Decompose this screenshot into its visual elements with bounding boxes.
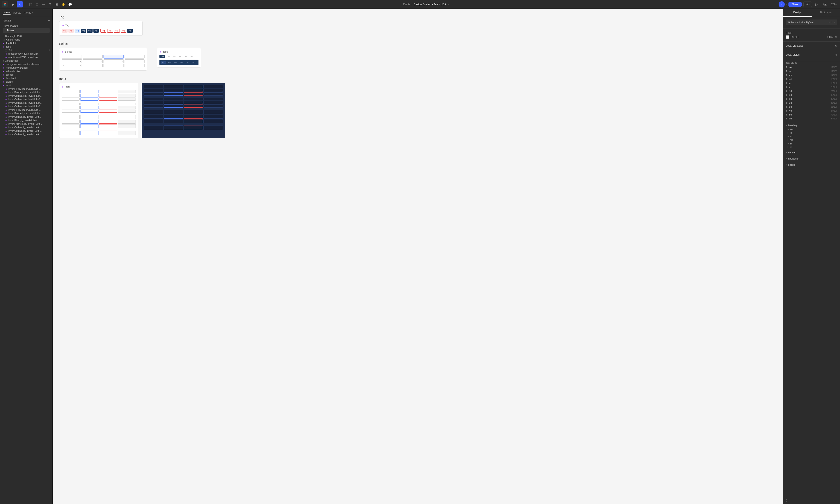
page-color-swatch[interactable]	[786, 35, 789, 39]
share-button[interactable]: Share	[788, 2, 802, 7]
layer-input-12[interactable]: ◈ InvertOutline, lg, Invalid, Left...	[0, 126, 52, 129]
figma-logo[interactable]	[2, 1, 8, 7]
dark-inp-36[interactable]	[204, 119, 223, 123]
inp-13[interactable]	[62, 103, 80, 105]
layer-bg-deco[interactable]: ◈ background-decoration.shewron	[0, 62, 52, 66]
layers-section[interactable]: □ Rectangle 1597 ⬚ AthleteProfile ◈ TagA…	[0, 34, 52, 504]
pen-tool[interactable]: ✏	[40, 1, 47, 7]
frame-tool[interactable]: ⬚	[28, 1, 34, 7]
comment-tool[interactable]: 💬	[67, 1, 73, 7]
tab-dark-3[interactable]: Tab	[173, 61, 178, 64]
inp-6[interactable]	[80, 94, 98, 97]
tab-assets[interactable]: Assets	[13, 11, 21, 15]
layer-athlete-profile[interactable]: ⬚ AthleteProfile	[0, 38, 52, 41]
select-inp-7[interactable]: ···▾	[104, 59, 124, 63]
tab-dark-6[interactable]: Tab	[190, 61, 196, 64]
layer-input[interactable]: ◈ Input	[0, 84, 52, 87]
dark-inp-17[interactable]	[144, 101, 163, 104]
breadcrumb[interactable]: Drafts	[403, 3, 410, 6]
dark-inp-22[interactable]	[164, 105, 183, 108]
select-inp-12[interactable]	[125, 64, 145, 67]
dark-inp-27[interactable]	[184, 110, 203, 114]
inp-39[interactable]	[99, 131, 117, 135]
inp-15[interactable]	[99, 103, 117, 105]
dark-inp-12[interactable]	[204, 92, 223, 95]
dark-inp-3[interactable]	[184, 85, 203, 88]
text-style-4xl[interactable]: T 4xl 40/120	[786, 97, 837, 101]
dark-inp-2[interactable]	[164, 85, 183, 88]
component-tool[interactable]: ⊞	[54, 1, 60, 7]
inp-11[interactable]	[99, 97, 117, 101]
dark-inp-39[interactable]	[184, 126, 203, 130]
heading-sub-sm[interactable]: ▶ sm	[788, 134, 837, 138]
inp-28[interactable]	[118, 115, 136, 119]
layer-thumbnail[interactable]: ◈ thumbnail	[0, 76, 52, 80]
text-style-8xl[interactable]: T 8xl 72/120	[786, 113, 837, 116]
add-style-button[interactable]: +	[835, 53, 837, 57]
tab-dark-4[interactable]: Tab	[178, 61, 184, 64]
layer-tab[interactable]: ⬚ Tab 👁	[0, 49, 52, 52]
inp-23[interactable]	[99, 110, 117, 113]
layer-video-dur[interactable]: ◈ video-duration	[0, 70, 52, 73]
inp-31[interactable]	[99, 120, 117, 124]
text-style-xxs[interactable]: T xxs 11/133	[786, 65, 837, 69]
layer-tag-athlete[interactable]: ◈ TagAthlete	[0, 41, 52, 45]
dark-inp-19[interactable]	[184, 101, 203, 104]
dark-inp-24[interactable]	[204, 105, 223, 108]
inp-33[interactable]	[62, 124, 80, 128]
file-name[interactable]: Design System - Team USA	[414, 3, 446, 6]
add-page-button[interactable]: +	[48, 19, 50, 22]
select-inp-10[interactable]	[83, 64, 103, 67]
inp-10[interactable]	[80, 97, 98, 101]
layer-rectangle-1597[interactable]: □ Rectangle 1597	[0, 34, 52, 38]
dark-inp-14[interactable]	[164, 98, 183, 100]
text-style-xs[interactable]: T xs 12/133	[786, 69, 837, 73]
layer-input-9[interactable]: ◈ InvertOutline, lg, Invalid, Left...	[0, 115, 52, 119]
inp-21[interactable]	[62, 110, 80, 113]
inp-36[interactable]	[118, 124, 136, 128]
layer-input-1[interactable]: ◈ InvertFilled, sm, Invalid, Left ...	[0, 87, 52, 90]
dark-inp-35[interactable]	[184, 119, 203, 123]
dark-inp-26[interactable]	[164, 110, 183, 114]
text-style-3xl[interactable]: T 3xl 32/120	[786, 93, 837, 97]
inp-25[interactable]	[62, 115, 80, 119]
dark-inp-28[interactable]	[204, 110, 223, 114]
select-inp-1[interactable]: ···▾	[62, 55, 82, 58]
inp-40[interactable]	[118, 131, 136, 135]
select-inp-8[interactable]: ···▾	[125, 59, 145, 63]
inp-7[interactable]	[99, 94, 117, 97]
dark-inp-16[interactable]	[204, 98, 223, 100]
inp-30[interactable]	[80, 120, 98, 124]
present-button[interactable]: Aa	[822, 1, 828, 7]
dark-inp-30[interactable]	[164, 114, 183, 119]
select-inp-3[interactable]: ···▾	[104, 55, 124, 58]
layer-icon-btn[interactable]: ◈ IconButtonWithLabel	[0, 66, 52, 70]
layer-input-5[interactable]: ◈ InvertOutline, sm, Invalid, Left...	[0, 101, 52, 105]
tab-dark-5[interactable]: Tab	[185, 61, 190, 64]
tab-chip-4[interactable]: Tab	[177, 55, 183, 58]
inp-17[interactable]	[62, 106, 80, 109]
dark-inp-7[interactable]	[184, 89, 203, 92]
tab-chip-active[interactable]: Tab	[159, 55, 165, 58]
chevron-down-icon[interactable]: ▾	[448, 3, 449, 6]
page-item-breakpoints[interactable]: Breakpoints	[3, 24, 50, 28]
select-inp-11[interactable]	[104, 64, 124, 67]
inp-34[interactable]	[80, 124, 98, 128]
dark-inp-40[interactable]	[204, 126, 223, 130]
dark-inp-38[interactable]	[164, 126, 183, 130]
layer-input-13[interactable]: ◈ InvertOutline, lg, Invalid, Left ...	[0, 129, 52, 132]
dark-inp-21[interactable]	[144, 105, 163, 108]
inp-32[interactable]	[118, 120, 136, 124]
play-button[interactable]: ▷	[814, 1, 820, 7]
inp-14[interactable]	[80, 103, 98, 105]
inp-8[interactable]	[118, 94, 136, 97]
tab-chip-5[interactable]: Tab	[183, 55, 189, 58]
layer-tokens-radii[interactable]: # .tokens/radii	[0, 59, 52, 62]
dark-inp-29[interactable]	[144, 114, 163, 119]
dark-inp-13[interactable]	[144, 98, 163, 100]
tab-chip-3[interactable]: Tab	[171, 55, 177, 58]
heading-sub-xxs[interactable]: ▶ xxs	[788, 128, 837, 131]
layer-tabs[interactable]: ◈ Tabs	[0, 45, 52, 49]
text-style-md[interactable]: T md 16/150	[786, 77, 837, 81]
text-style-6xl[interactable]: T 6xl 56/120	[786, 105, 837, 109]
